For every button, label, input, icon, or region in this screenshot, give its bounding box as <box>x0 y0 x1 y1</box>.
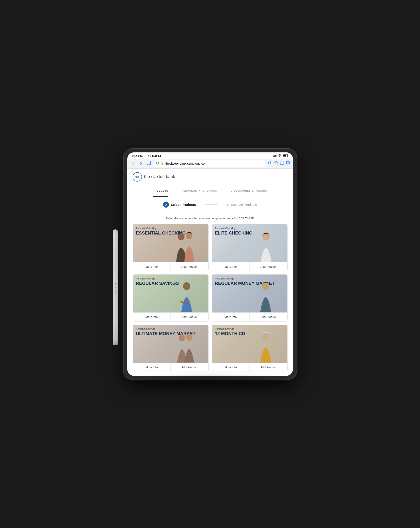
signal-icon <box>273 154 276 157</box>
card-image-essential: Personal Checking ESSENTIAL CHECKING <box>133 224 208 262</box>
pencil-label: Apple Pencil <box>114 281 116 293</box>
svg-point-17 <box>186 334 192 341</box>
product-card-money-market: Personal Savings REGULAR MONEY MARKET <box>212 274 288 322</box>
svg-rect-0 <box>273 156 273 157</box>
svg-rect-7 <box>283 155 286 156</box>
card-actions-3: More Info Add Product <box>212 312 287 321</box>
wifi-icon <box>278 154 281 157</box>
person-svg-1 <box>244 226 285 262</box>
url-bar[interactable]: AA 🔒 theclaxtonbank.csinufund.com <box>153 160 265 167</box>
time-display: 5:14 PM <box>132 154 143 157</box>
person-svg-2 <box>164 276 206 312</box>
browser-chrome: AA 🔒 theclaxtonbank.csinufund.com <box>127 159 293 169</box>
step1-label: Select Products <box>171 203 196 206</box>
more-info-5[interactable]: More Info <box>212 363 250 372</box>
svg-point-4 <box>279 156 280 157</box>
product-card-ultimate-mm: Personal Savings ULTIMATE MONEY MARKET <box>133 325 209 372</box>
step-tabs: Select Products Customize Products <box>127 197 293 212</box>
card-image-ultimate: Personal Savings ULTIMATE MONEY MARKET <box>133 325 208 363</box>
step1-icon <box>163 202 169 208</box>
ipad-frame: 5:14 PM Thu Oct 14 <box>123 148 297 380</box>
status-left: 5:14 PM Thu Oct 14 <box>132 154 161 157</box>
svg-point-16 <box>179 335 185 341</box>
step-divider <box>205 204 218 205</box>
card-image-elite: Personal Checking ELITE CHECKING <box>212 224 287 262</box>
card-actions-5: More Info Add Product <box>212 363 287 372</box>
tabs-button[interactable] <box>286 161 290 166</box>
card-actions-0: More Info Add Product <box>133 262 208 271</box>
add-product-3[interactable]: Add Product <box>250 313 287 321</box>
product-card-cd: Personal Savings 12 MONTH CD Mo <box>212 325 288 372</box>
back-button[interactable] <box>130 160 136 167</box>
progress-nav: PRODUCTS PERSONAL INFORMATION DISCLOSURE… <box>127 185 293 197</box>
svg-point-12 <box>186 232 192 240</box>
svg-point-18 <box>262 333 269 341</box>
status-right <box>273 154 288 158</box>
product-card-essential-checking: Personal Checking ESSENTIAL CHECKING <box>133 224 209 271</box>
svg-point-11 <box>178 233 185 240</box>
card-actions-2: More Info Add Product <box>133 312 208 321</box>
date-display: Thu Oct 14 <box>146 154 161 157</box>
security-icon: 🔒 <box>161 162 164 165</box>
person-svg-3 <box>244 276 285 312</box>
refresh-button[interactable] <box>268 161 272 166</box>
card-actions-1: More Info Add Product <box>212 262 287 271</box>
add-product-0[interactable]: Add Product <box>171 262 208 271</box>
tab-customize-products[interactable]: Customize Products <box>227 203 257 206</box>
svg-rect-6 <box>288 155 288 156</box>
person-svg-5 <box>244 327 285 363</box>
url-text: theclaxtonbank.csinufund.com <box>165 162 207 165</box>
add-product-4[interactable]: Add Product <box>171 363 208 372</box>
text-size-button[interactable]: AA <box>156 162 160 165</box>
svg-point-14 <box>183 282 190 290</box>
step2-label: Customize Products <box>227 203 257 206</box>
instruction-text: Select the account(s) that you want to a… <box>127 212 293 224</box>
card-image-money-market: Personal Savings REGULAR MONEY MARKET <box>212 275 287 312</box>
browser-actions <box>268 161 290 166</box>
card-text-cd: Personal Savings 12 MONTH CD <box>215 327 245 336</box>
add-product-5[interactable]: Add Product <box>250 363 287 372</box>
tcb-badge: tcb <box>133 172 142 181</box>
more-info-4[interactable]: More Info <box>133 363 171 372</box>
svg-rect-3 <box>276 154 276 157</box>
svg-rect-1 <box>274 155 274 157</box>
bank-header: tcb the claxton bank <box>127 169 293 185</box>
battery-icon <box>283 154 288 158</box>
svg-rect-2 <box>275 155 276 157</box>
card-title-5: 12 MONTH CD <box>215 331 245 336</box>
apple-pencil: Apple Pencil <box>113 229 118 345</box>
more-info-0[interactable]: More Info <box>133 262 171 271</box>
tab-select-products[interactable]: Select Products <box>163 202 196 208</box>
nav-item-personal-info[interactable]: PERSONAL INFORMATION <box>182 189 217 197</box>
person-svg-4 <box>164 327 206 363</box>
nav-item-products[interactable]: PRODUCTS <box>153 189 168 197</box>
nav-item-disclosures[interactable]: DISCLOSURES & FUNDING <box>231 189 267 197</box>
bank-name: the claxton bank <box>144 174 175 179</box>
ipad-screen: 5:14 PM Thu Oct 14 <box>127 152 293 376</box>
product-card-elite-checking: Personal Checking ELITE CHECKING <box>212 224 288 271</box>
product-card-regular-savings: Personal Savings REGULAR SAVINGS <box>133 274 209 322</box>
new-tab-button[interactable] <box>280 161 284 166</box>
status-bar: 5:14 PM Thu Oct 14 <box>127 152 293 159</box>
person-svg-0 <box>164 226 206 262</box>
products-grid: Personal Checking ESSENTIAL CHECKING <box>127 224 293 376</box>
card-image-cd: Personal Savings 12 MONTH CD <box>212 325 287 363</box>
nav-buttons <box>130 160 144 167</box>
more-info-1[interactable]: More Info <box>212 262 250 271</box>
add-product-1[interactable]: Add Product <box>250 262 287 271</box>
bank-logo: tcb the claxton bank <box>133 172 175 181</box>
card-category-5: Personal Savings <box>215 327 245 330</box>
web-content: tcb the claxton bank PRODUCTS PERSONAL I… <box>127 169 293 376</box>
more-info-2[interactable]: More Info <box>133 313 171 321</box>
ipad-shadow <box>132 375 288 384</box>
add-product-2[interactable]: Add Product <box>171 313 208 321</box>
bookmarks-button[interactable] <box>147 160 151 167</box>
card-actions-4: More Info Add Product <box>133 363 208 372</box>
forward-button[interactable] <box>138 160 144 167</box>
share-button[interactable] <box>274 161 278 166</box>
more-info-3[interactable]: More Info <box>212 313 250 321</box>
card-image-regular-savings: Personal Savings REGULAR SAVINGS <box>133 275 208 312</box>
